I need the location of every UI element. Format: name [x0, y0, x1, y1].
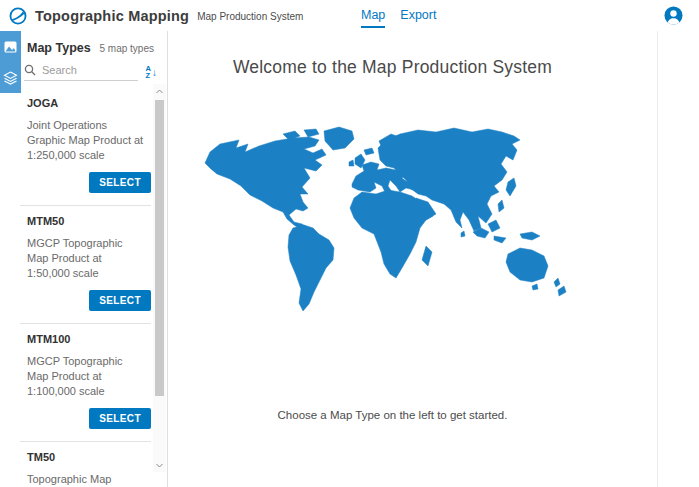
map-type-description: Topographic Map Product at 1:50,000 scal…: [27, 472, 145, 487]
search-row: A Z ↓: [24, 64, 157, 81]
search-box: [24, 64, 138, 81]
list-item-mtm100: MTM100 MGCP Topographic Map Product at 1…: [20, 324, 151, 442]
list-item-joga: JOGA Joint Operations Graphic Map Produc…: [20, 88, 151, 206]
world-map-image: [203, 125, 583, 315]
scroll-down-icon[interactable]: [153, 458, 166, 472]
tab-map[interactable]: Map: [361, 0, 385, 28]
instruction-text: Choose a Map Type on the left to get sta…: [278, 409, 508, 421]
scroll-up-icon[interactable]: [153, 84, 166, 98]
search-input[interactable]: [42, 64, 122, 76]
sort-letter-z: Z: [146, 73, 151, 80]
basemap-icon[interactable]: [0, 31, 21, 62]
welcome-title: Welcome to the Map Production System: [233, 57, 552, 78]
map-type-description: Joint Operations Graphic Map Product at …: [27, 118, 145, 163]
globe-logo-icon: [9, 7, 27, 25]
map-type-description: MGCP Topographic Map Product at 1:100,00…: [27, 354, 145, 399]
layers-icon[interactable]: [0, 62, 21, 93]
app-header: Topographic Mapping Map Production Syste…: [0, 0, 699, 31]
header-tabs: Map Export: [361, 0, 451, 31]
map-types-sidebar: Map Types 5 map types A Z ↓ JOGA: [0, 31, 168, 487]
map-type-name: JOGA: [27, 97, 151, 109]
sort-arrow: ↓: [152, 68, 157, 78]
map-type-name: TM50: [27, 451, 151, 463]
panel-header: Map Types 5 map types: [0, 31, 167, 55]
map-type-name: MTM100: [27, 333, 151, 345]
search-icon: [24, 64, 36, 76]
map-type-name: MTM50: [27, 215, 151, 227]
sort-az-icon[interactable]: A Z ↓: [146, 66, 157, 79]
list-item-tm50: TM50 Topographic Map Product at 1:50,000…: [20, 442, 151, 487]
sidebar-scrollbar[interactable]: [153, 84, 166, 472]
scrollbar-thumb[interactable]: [155, 100, 164, 396]
app-body: Map Types 5 map types A Z ↓ JOGA: [0, 31, 699, 487]
select-button-mtm50[interactable]: SELECT: [89, 290, 151, 311]
map-type-count: 5 map types: [100, 43, 154, 54]
list-item-mtm50: MTM50 MGCP Topographic Map Product at 1:…: [20, 206, 151, 324]
app-subtitle: Map Production System: [197, 9, 303, 22]
map-type-list: JOGA Joint Operations Graphic Map Produc…: [0, 88, 167, 487]
tab-export[interactable]: Export: [400, 0, 436, 28]
sidebar-icon-rail: [0, 31, 21, 93]
welcome-panel: Welcome to the Map Production System: [168, 31, 658, 487]
panel-title: Map Types: [27, 41, 91, 55]
select-button-joga[interactable]: SELECT: [89, 172, 151, 193]
app-title: Topographic Mapping: [35, 8, 189, 24]
map-type-description: MGCP Topographic Map Product at 1:50,000…: [27, 236, 145, 281]
user-avatar-icon[interactable]: [664, 6, 683, 25]
select-button-mtm100[interactable]: SELECT: [89, 408, 151, 429]
